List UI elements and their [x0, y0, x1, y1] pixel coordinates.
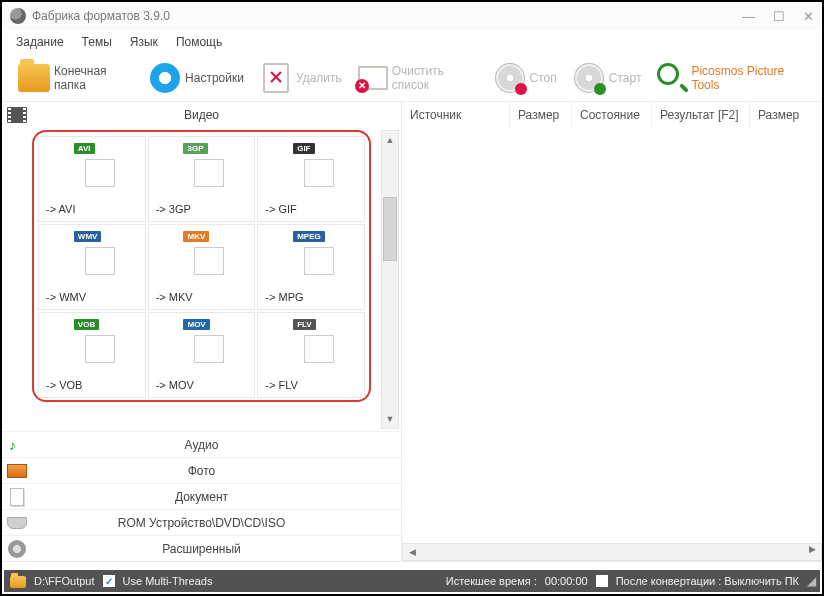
film-icon [7, 107, 27, 123]
resize-grip[interactable]: ◢ [807, 574, 814, 588]
scroll-left-arrow[interactable]: ◀ [403, 547, 421, 557]
scroll-thumb[interactable] [383, 197, 397, 261]
category-rom[interactable]: ROM Устройство\DVD\CD\ISO [2, 509, 401, 535]
output-folder-button[interactable]: Конечная папка [12, 59, 139, 97]
start-icon [574, 63, 604, 93]
format-tile-mkv[interactable]: MKV-> MKV [148, 224, 256, 310]
delete-button[interactable]: Удалить [254, 59, 348, 97]
format-tile-flv[interactable]: FLV-> FLV [257, 312, 365, 398]
format-tile-wmv[interactable]: WMV-> WMV [38, 224, 146, 310]
multithreads-checkbox[interactable]: ✓ [103, 575, 115, 587]
status-bar: D:\FFOutput ✓ Use Multi-Threads Истекшее… [4, 570, 820, 592]
col-result[interactable]: Результат [F2] [652, 102, 750, 128]
document-icon [10, 488, 24, 506]
elapsed-label: Истекшее время : [446, 575, 537, 587]
col-state[interactable]: Состояние [572, 102, 652, 128]
scroll-up-arrow[interactable]: ▲ [382, 131, 398, 149]
format-tile-mpeg[interactable]: MPEG-> MPG [257, 224, 365, 310]
format-label: -> MOV [156, 379, 194, 391]
table-header: Источник Размер Состояние Результат [F2]… [402, 102, 822, 128]
menu-bar: Задание Темы Язык Помощь [2, 30, 822, 54]
app-title: Фабрика форматов 3.9.0 [32, 9, 742, 23]
format-label: -> 3GP [156, 203, 191, 215]
horizontal-scrollbar[interactable]: ◀ ▶ [402, 543, 822, 561]
category-rom-label: ROM Устройство\DVD\CD\ISO [34, 516, 397, 530]
minimize-button[interactable]: — [742, 9, 755, 24]
app-icon [10, 8, 26, 24]
settings-button[interactable]: Настройки [143, 59, 250, 97]
category-photo-label: Фото [34, 464, 397, 478]
stop-icon [495, 63, 525, 93]
category-video-label: Видео [34, 108, 397, 122]
shutdown-checkbox[interactable]: ✓ [596, 575, 608, 587]
magnifier-icon [657, 63, 687, 93]
main-area: Видео AVI-> AVI3GP-> 3GPGIF-> GIFWMV-> W… [2, 102, 822, 562]
format-grid-wrap: AVI-> AVI3GP-> 3GPGIF-> GIFWMV-> WMVMKV-… [2, 128, 401, 431]
format-grid: AVI-> AVI3GP-> 3GPGIF-> GIFWMV-> WMVMKV-… [38, 136, 365, 398]
format-tile-avi[interactable]: AVI-> AVI [38, 136, 146, 222]
format-icon: MKV [178, 231, 224, 275]
photo-icon [7, 464, 27, 478]
folder-icon [18, 64, 50, 92]
format-label: -> WMV [46, 291, 86, 303]
clear-list-icon: ✕ [358, 66, 388, 90]
category-photo[interactable]: Фото [2, 457, 401, 483]
output-path[interactable]: D:\FFOutput [34, 575, 95, 587]
format-icon: WMV [69, 231, 115, 275]
format-tile-vob[interactable]: VOB-> VOB [38, 312, 146, 398]
menu-help[interactable]: Помощь [176, 35, 222, 49]
category-document-label: Документ [34, 490, 397, 504]
left-panel: Видео AVI-> AVI3GP-> 3GPGIF-> GIFWMV-> W… [2, 102, 402, 561]
menu-skins[interactable]: Темы [82, 35, 112, 49]
format-label: -> VOB [46, 379, 82, 391]
start-button[interactable]: Старт [567, 59, 648, 97]
format-tile-mov[interactable]: MOV-> MOV [148, 312, 256, 398]
format-icon: 3GP [178, 143, 224, 187]
format-tile-3gp[interactable]: 3GP-> 3GP [148, 136, 256, 222]
col-size[interactable]: Размер [510, 102, 572, 128]
gear-icon [150, 63, 180, 93]
right-panel: Источник Размер Состояние Результат [F2]… [402, 102, 822, 561]
picosmos-label: Picosmos Picture Tools [691, 64, 806, 92]
delete-label: Удалить [296, 71, 342, 85]
col-source[interactable]: Источник [402, 102, 510, 128]
toolbar: Конечная папка Настройки Удалить ✕ Очист… [2, 54, 822, 102]
menu-language[interactable]: Язык [130, 35, 158, 49]
scroll-right-arrow[interactable]: ▶ [803, 544, 821, 554]
format-icon: GIF [288, 143, 334, 187]
settings-label: Настройки [185, 71, 244, 85]
folder-small-icon[interactable] [10, 576, 26, 588]
rom-drive-icon [7, 517, 27, 529]
menu-task[interactable]: Задание [16, 35, 64, 49]
picosmos-button[interactable]: Picosmos Picture Tools [651, 59, 812, 97]
start-label: Старт [609, 71, 642, 85]
maximize-button[interactable]: ☐ [773, 9, 785, 24]
category-audio[interactable]: Аудио [2, 431, 401, 457]
format-icon: FLV [288, 319, 334, 363]
col-size2[interactable]: Размер [750, 102, 822, 128]
multithreads-label[interactable]: Use Multi-Threads [123, 575, 213, 587]
format-label: -> FLV [265, 379, 298, 391]
scroll-down-arrow[interactable]: ▼ [382, 410, 398, 428]
close-button[interactable]: ✕ [803, 9, 814, 24]
category-advanced[interactable]: Расширенный [2, 535, 401, 561]
elapsed-value: 00:00:00 [545, 575, 588, 587]
category-list: Аудио Фото Документ ROM Устройство\DVD\C… [2, 431, 401, 561]
category-document[interactable]: Документ [2, 483, 401, 509]
stop-button[interactable]: Стоп [488, 59, 563, 97]
vertical-scrollbar[interactable]: ▲ ▼ [381, 130, 399, 429]
format-icon: MOV [178, 319, 224, 363]
clear-list-label: Очистить список [392, 64, 478, 92]
category-audio-label: Аудио [34, 438, 397, 452]
shutdown-label[interactable]: После конвертации : Выключить ПК [616, 575, 799, 587]
clear-list-button[interactable]: ✕ Очистить список [352, 59, 484, 97]
format-tile-gif[interactable]: GIF-> GIF [257, 136, 365, 222]
stop-label: Стоп [530, 71, 557, 85]
advanced-icon [8, 540, 26, 558]
format-icon: AVI [69, 143, 115, 187]
format-icon: MPEG [288, 231, 334, 275]
table-body: ◀ ▶ [402, 128, 822, 561]
category-video[interactable]: Видео [2, 102, 401, 128]
delete-icon [263, 63, 289, 93]
format-label: -> MKV [156, 291, 193, 303]
